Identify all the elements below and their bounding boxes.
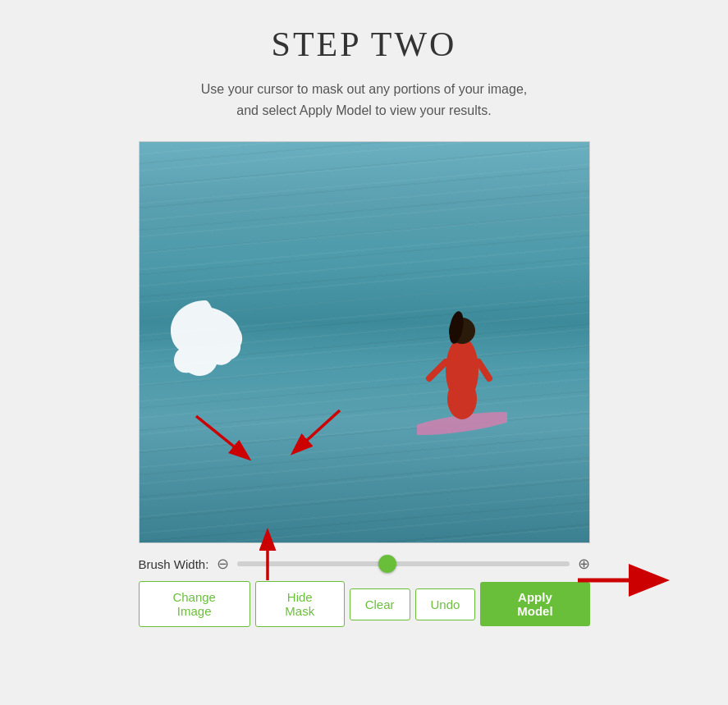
- controls-panel: Brush Width: ⊖ ⊕ Change Image Hide Mask …: [139, 555, 590, 627]
- step-description: Use your cursor to mask out any portions…: [201, 79, 528, 121]
- svg-line-4: [429, 362, 446, 378]
- canvas-wrapper: [77, 141, 652, 543]
- surfer-figure: [417, 272, 507, 436]
- brush-label: Brush Width:: [139, 557, 209, 571]
- page-container: STEP TWO Use your cursor to mask out any…: [0, 0, 728, 705]
- apply-model-button[interactable]: Apply Model: [480, 582, 589, 626]
- page-title: STEP TWO: [272, 25, 457, 64]
- mask-blob: [163, 296, 249, 377]
- svg-line-5: [478, 362, 489, 378]
- brush-decrease-icon[interactable]: ⊖: [217, 555, 229, 573]
- undo-button[interactable]: Undo: [415, 588, 476, 620]
- svg-point-6: [447, 378, 477, 419]
- clear-button[interactable]: Clear: [350, 588, 410, 620]
- action-buttons-row: Change Image Hide Mask Clear Undo Apply …: [139, 581, 590, 627]
- image-canvas[interactable]: [139, 141, 590, 543]
- hide-mask-button[interactable]: Hide Mask: [255, 581, 345, 627]
- brush-width-slider[interactable]: [237, 561, 569, 566]
- ocean-background: [140, 142, 589, 542]
- brush-increase-icon[interactable]: ⊕: [578, 555, 590, 573]
- brush-width-row: Brush Width: ⊖ ⊕: [139, 555, 590, 573]
- change-image-button[interactable]: Change Image: [139, 581, 250, 627]
